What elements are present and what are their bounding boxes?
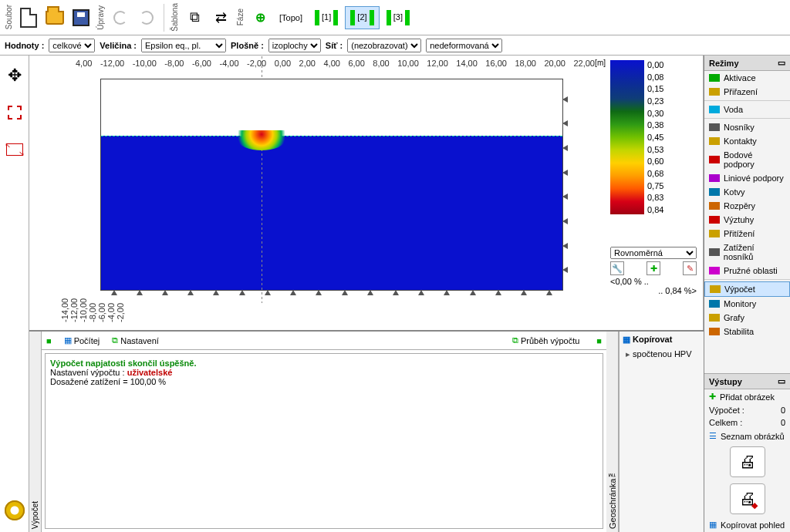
mode-pru-n-oblasti[interactable]: Pružné oblasti [704, 264, 790, 278]
file-menu-label[interactable]: Soubor [5, 5, 13, 29]
output-total-label: Celkem : [709, 418, 742, 427]
output-calc-label: Výpočet : [709, 406, 744, 415]
modes-minimize-icon[interactable]: ▭ [778, 58, 785, 68]
image-list-button[interactable]: ☰Seznam obrázků [704, 429, 790, 443]
x-axis-unit: [m] [595, 59, 606, 67]
compute-button[interactable]: ▦Počítej [64, 335, 100, 345]
phase-tab-0[interactable]: [Topo] [274, 9, 308, 26]
template-copy-button[interactable]: ⇄ [208, 2, 233, 33]
values-select[interactable]: celkové [49, 39, 95, 52]
new-file-button[interactable] [16, 2, 41, 33]
y-axis-ruler: -14,00-12,00-10,00-8,00-6,00-4,00-2,00 [60, 76, 74, 322]
mode-liniov-podpory[interactable]: Liniové podpory [704, 171, 790, 185]
legend-tool-wrench-icon[interactable]: 🔧 [610, 261, 624, 275]
open-file-button[interactable] [42, 2, 67, 33]
mode-stabilita[interactable]: Stabilita [704, 325, 790, 338]
mode-kotvy[interactable]: Kotvy [704, 185, 790, 199]
fit-view-tool[interactable] [2, 134, 27, 165]
modes-header: Režimy ▭ [704, 56, 790, 71]
mode-monitory[interactable]: Monitory [704, 297, 790, 311]
edit-menu-label[interactable]: Úpravy [96, 5, 105, 30]
output-calc-value: 0 [781, 406, 785, 415]
copy-view-button[interactable]: ▦Kopírovat pohled [704, 517, 790, 532]
settings-gear-button[interactable] [2, 495, 27, 526]
geoclipboard-strip[interactable]: Geoschránka™ [606, 332, 619, 532]
mode-v-po-et[interactable]: Výpočet [704, 281, 790, 297]
mode-kontakty[interactable]: Kontakty [704, 134, 790, 148]
calc-log: Výpočet napjatosti skončil úspěšně. Nast… [45, 353, 603, 529]
legend-tool-edit-icon[interactable]: ✎ [683, 261, 697, 275]
mode-zat-en-nosn-k-[interactable]: Zatížení nosníků [704, 241, 790, 264]
legend-range-max: .. 0,84 %> [610, 286, 697, 295]
result-plot [100, 79, 563, 291]
mode-bodov-podpory[interactable]: Bodové podpory [704, 148, 790, 171]
calc-progress-button[interactable]: ⧉Průběh výpočtu [512, 335, 579, 345]
mesh-deform-select[interactable]: nedeformovaná [426, 39, 502, 52]
quantity-select[interactable]: Epsilon eq., pl. [141, 39, 226, 52]
legend-distribution-select[interactable]: Rovnoměrná [610, 247, 697, 259]
x-axis-ruler: 4,00-12,00-10,00-8,00-6,00-4,00-2,000,00… [76, 59, 595, 74]
print-button[interactable]: 🖨 [730, 446, 765, 477]
legend-tool-add-icon[interactable]: ✚ [647, 261, 660, 275]
copy-hpv-button[interactable]: spočtenou HPV [623, 348, 701, 361]
template-button[interactable]: ⧉ [182, 2, 207, 33]
strain-hotspot [238, 130, 285, 150]
mode-voda[interactable]: Voda [704, 103, 790, 116]
values-label: Hodnoty : [5, 41, 44, 50]
surface-label: Plošně : [231, 41, 264, 50]
main-toolbar: Soubor Úpravy Šablona ⧉ ⇄ Fáze ⊕ [Topo] … [0, 0, 790, 35]
outputs-header: Výstupy ▭ [704, 374, 790, 389]
outputs-minimize-icon[interactable]: ▭ [778, 376, 785, 386]
color-legend: 0,000,080,150,230,300,380,450,530,600,68… [610, 60, 697, 214]
pan-tool[interactable]: ✥ [2, 60, 27, 91]
quantity-label: Veličina : [100, 41, 137, 50]
phase-tab-3[interactable]: [3] [381, 6, 415, 29]
analysis-viewport[interactable]: 4,00-12,00-10,00-8,00-6,00-4,00-2,000,00… [29, 56, 704, 330]
mode-nosn-ky[interactable]: Nosníky [704, 120, 790, 134]
calc-settings-button[interactable]: ⧉Nastavení [112, 335, 159, 345]
phase-label[interactable]: Fáze [236, 8, 245, 25]
mode-grafy[interactable]: Grafy [704, 311, 790, 325]
right-panel: Režimy ▭ AktivacePřiřazeníVodaNosníkyKon… [704, 56, 790, 532]
add-phase-button[interactable]: ⊕ [248, 2, 272, 33]
add-image-button[interactable]: ✚Přidat obrázek [704, 389, 790, 404]
mesh-label: Síť : [326, 41, 343, 50]
view-options-bar: Hodnoty : celkové Veličina : Epsilon eq.… [0, 35, 790, 56]
view-tool-strip: ✥ [0, 56, 29, 532]
mode-rozp-ry[interactable]: Rozpěry [704, 199, 790, 213]
undo-button[interactable] [108, 2, 133, 33]
mode-p-i-azen-[interactable]: Přiřazení [704, 85, 790, 99]
phase-tabs: [Topo] [1] [2] [3] [274, 6, 415, 29]
legend-range-min: <0,00 % .. [610, 277, 697, 286]
mode-p-it-en-[interactable]: Přitížení [704, 227, 790, 241]
phase-tab-2[interactable]: [2] [345, 6, 379, 29]
legend-controls: Rovnoměrná 🔧 ✚ ✎ <0,00 % .. .. 0,84 %> [610, 247, 697, 295]
bottom-panel: Výpočet ■ ▦Počítej ⧉Nastavení ⧉Průběh vý… [29, 330, 704, 532]
zoom-box-tool[interactable] [2, 97, 27, 128]
surface-select[interactable]: izoplochy [268, 39, 321, 52]
print-color-button[interactable]: 🖨◆ [730, 483, 765, 514]
save-file-button[interactable] [69, 2, 93, 33]
output-total-value: 0 [781, 418, 785, 427]
phase-tab-1[interactable]: [1] [309, 6, 343, 29]
template-label[interactable]: Šablona [170, 3, 179, 32]
bottom-panel-title-strip: Výpočet [29, 332, 42, 532]
mode-v-ztuhy[interactable]: Výztuhy [704, 213, 790, 227]
mesh-select[interactable]: (nezobrazovat) [347, 39, 421, 52]
redo-button[interactable] [134, 2, 159, 33]
copy-panel: ▦ Kopírovat spočtenou HPV [619, 332, 704, 532]
mode-aktivace[interactable]: Aktivace [704, 71, 790, 85]
